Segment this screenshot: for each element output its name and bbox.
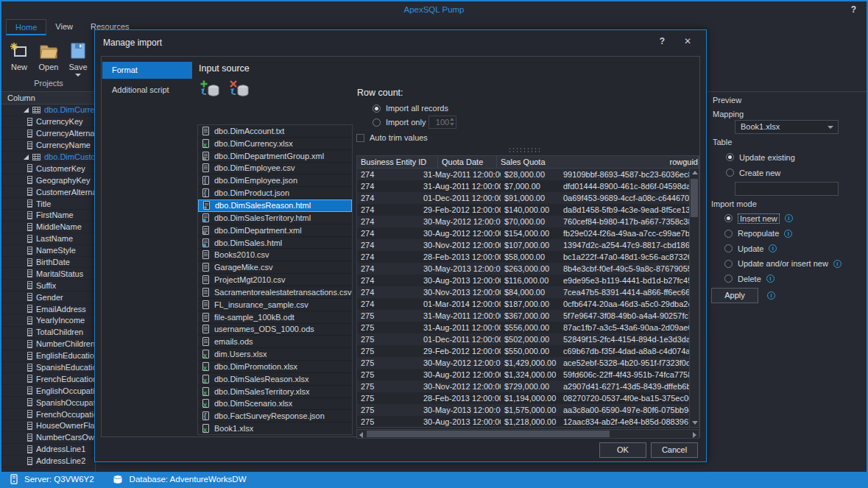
grid-row[interactable]: 275 31-May-2011 12:00:00 $367,000.00 5f7… (357, 310, 689, 322)
tree-item[interactable]: LastName (1, 233, 95, 245)
radio-icon[interactable] (373, 105, 381, 113)
tree-item[interactable]: CustomerKey (1, 163, 95, 174)
vertical-scroll-thumb[interactable] (691, 179, 698, 217)
grid-vertical-scrollbar[interactable] (689, 169, 699, 427)
tree-item[interactable]: NumberCarsOwned (1, 432, 95, 444)
ribbon-tab[interactable]: Home (6, 19, 46, 35)
file-list-item[interactable]: file-sample_100kB.odt (198, 311, 352, 324)
file-list-item[interactable]: dbo.DimAccount.txt (198, 125, 352, 138)
file-list-item[interactable]: dbo.DimSalesTerritory.xlsx (198, 386, 352, 398)
save-dropdown-caret-icon[interactable] (75, 74, 81, 77)
file-list-item[interactable]: GarageMike.csv (198, 261, 352, 274)
tree-expander-icon[interactable] (24, 155, 29, 160)
grid-row[interactable]: 274 30-Aug-2013 12:00:00 $116,000.00 e9d… (357, 275, 689, 286)
file-list-item[interactable]: dbo.DimSalesReason.html (198, 199, 352, 212)
file-list-item[interactable]: dbo.FactSurveyResponse.json (198, 410, 352, 422)
grid-row[interactable]: 274 29-Feb-2012 12:00:00 $140,000.00 da8… (357, 204, 689, 216)
tree-item[interactable]: BirthDate (1, 257, 95, 269)
file-list-item[interactable]: Book1.xlsx (198, 422, 352, 435)
ribbon-tab[interactable]: View (46, 19, 82, 35)
radio-icon[interactable] (726, 153, 734, 161)
import-mode-option[interactable]: Insert new (724, 213, 841, 223)
radio-icon[interactable] (724, 260, 733, 268)
tree-item[interactable]: EnglishEducation (1, 350, 95, 362)
remove-datasource-icon[interactable] (228, 79, 250, 100)
apply-info-icon[interactable] (767, 291, 775, 300)
tree-item[interactable]: FrenchEducation (1, 373, 95, 385)
radio-icon[interactable] (724, 230, 733, 238)
tree-item[interactable]: EnglishOccupation (1, 385, 95, 397)
new-table-name-input[interactable] (735, 182, 839, 196)
file-list-item[interactable]: Sacramentorealestatetransactions.csv (198, 286, 352, 299)
tab-format[interactable]: Format (102, 62, 192, 79)
grid-column-header[interactable]: Sales Quota (497, 156, 666, 168)
scroll-left-icon[interactable] (359, 432, 363, 438)
radio-icon[interactable] (724, 214, 733, 222)
grid-row[interactable]: 274 30-Nov-2012 12:00:00 $107,000.00 139… (357, 239, 689, 251)
radio-icon[interactable] (726, 169, 734, 177)
tree-item[interactable]: GeographyKey (1, 174, 95, 186)
scroll-down-icon[interactable] (692, 421, 698, 425)
info-icon[interactable] (766, 275, 775, 283)
grid-row[interactable]: 274 28-Feb-2013 12:00:00 $58,000.00 bc1a… (357, 251, 689, 263)
scroll-up-icon[interactable] (692, 171, 698, 174)
grid-row[interactable]: 274 01-Dec-2011 12:00:00 $91,000.00 0a69… (357, 192, 689, 204)
tree-item[interactable]: CurrencyName (1, 140, 95, 152)
grid-row[interactable]: 275 30-May-2012 12:00:00 $1,429,000.00 a… (357, 357, 689, 369)
splitter-grip-icon[interactable] (508, 147, 542, 153)
horizontal-scroll-thumb[interactable] (367, 431, 610, 437)
radio-icon[interactable] (373, 119, 381, 127)
grid-horizontal-scrollbar[interactable] (356, 429, 699, 439)
tree-item[interactable]: NumberChildrenAtHome (1, 339, 95, 350)
info-icon[interactable] (785, 214, 793, 222)
grid-row[interactable]: 275 31-Aug-2011 12:00:00 $556,000.00 87a… (357, 322, 689, 333)
spinner-down-icon[interactable] (450, 123, 454, 126)
add-datasource-icon[interactable] (199, 79, 221, 100)
tree-item[interactable]: MaritalStatus (1, 268, 95, 280)
grid-column-header[interactable]: Business Entity ID (357, 156, 438, 168)
grid-row[interactable]: 275 29-Feb-2012 12:00:00 $550,000.00 c69… (357, 345, 689, 357)
file-list-item[interactable]: FL_insurance_sample.csv (198, 299, 352, 311)
tree-item[interactable]: CurrencyAlternateKey (1, 128, 95, 140)
import-only-option[interactable]: Import only (373, 118, 426, 127)
tree-item[interactable]: CustomerAlternateKey (1, 186, 95, 198)
grid-column-header[interactable]: rowguid (666, 156, 699, 168)
radio-icon[interactable] (724, 275, 733, 283)
grid-row[interactable]: 275 01-Dec-2011 12:00:00 $502,000.00 528… (357, 333, 689, 345)
auto-trim-checkbox[interactable] (356, 134, 364, 142)
spinner-arrows[interactable] (450, 118, 454, 126)
tree-item[interactable]: EmailAddress (1, 303, 95, 315)
save-project-button[interactable]: Save (63, 42, 93, 77)
import-mode-option[interactable]: Update (724, 244, 841, 253)
grid-row[interactable]: 274 30-Nov-2013 12:00:00 $84,000.00 7cea… (357, 286, 689, 298)
file-list-item[interactable]: dim.Users.xlsx (198, 348, 352, 361)
import-all-records-option[interactable]: Import all records (373, 104, 448, 113)
file-list-item[interactable]: dbo.DimProduct.json (198, 187, 352, 199)
spinner-up-icon[interactable] (450, 118, 454, 121)
info-icon[interactable] (833, 260, 841, 268)
apply-button[interactable]: Apply (711, 288, 758, 303)
dialog-help-button[interactable]: ? (660, 36, 665, 46)
scroll-right-icon[interactable] (693, 432, 696, 438)
file-list-item[interactable]: Books2010.csv (198, 249, 352, 261)
grid-row[interactable]: 274 30-May-2012 12:00:00 $70,000.00 760c… (357, 216, 689, 227)
grid-row[interactable]: 275 30-Aug-2012 12:00:00 $1,324,000.00 5… (357, 369, 689, 381)
tree-item[interactable]: AddressLine2 (1, 456, 95, 467)
ok-button[interactable]: OK (599, 442, 646, 458)
info-icon[interactable] (769, 244, 777, 252)
tree-item[interactable]: CurrencyKey (1, 116, 95, 128)
mapping-dropdown[interactable]: Book1.xlsx (735, 120, 839, 134)
file-list-item[interactable]: dbo.DimSales.html (198, 237, 352, 250)
file-list-item[interactable]: dbo.DimDepartmentGroup.xml (198, 150, 352, 163)
grid-row[interactable]: 274 31-Aug-2011 12:00:00 $7,000.00 dfd01… (357, 180, 689, 192)
file-list-item[interactable]: dbo.DimSalesTerritory.html (198, 212, 352, 224)
grid-row[interactable]: 275 30-Nov-2012 12:00:00 $729,000.00 a29… (357, 381, 689, 392)
file-list-item[interactable]: emails.ods (198, 336, 352, 348)
auto-trim-option[interactable]: Auto trim values (356, 133, 428, 142)
dialog-close-button[interactable]: ✕ (684, 36, 691, 46)
file-list-item[interactable]: usernames_ODS_1000.ods (198, 324, 352, 336)
tree-item[interactable]: AddressLine1 (1, 444, 95, 456)
table-option[interactable]: Update existing (726, 152, 795, 162)
file-list-item[interactable]: dbo.DimPromotion.xlsx (198, 361, 352, 373)
cancel-button[interactable]: Cancel (651, 442, 698, 458)
